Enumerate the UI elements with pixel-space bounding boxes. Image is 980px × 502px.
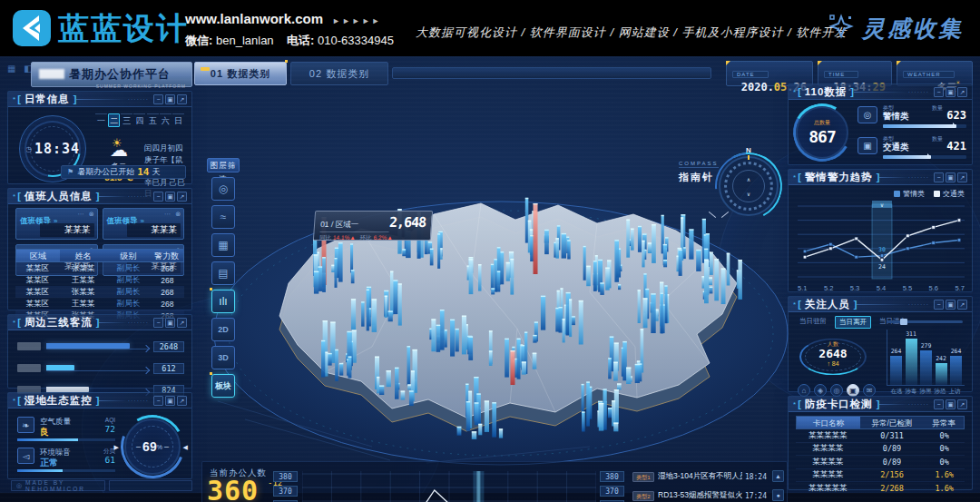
lock-icon[interactable]: ▣ — [847, 384, 859, 397]
minimize-icon[interactable]: − — [153, 396, 163, 406]
collect-label: 灵感收集 — [862, 14, 964, 44]
scroll-up-icon[interactable]: ▲ — [772, 470, 784, 482]
minimize-icon[interactable]: − — [934, 300, 944, 310]
panel-icon[interactable]: ▣ — [165, 192, 175, 202]
expand-icon[interactable]: ↗ — [177, 396, 187, 406]
alert-row[interactable]: 类型1湿地3-104片区有不明人员闯入18:24 — [632, 469, 767, 484]
alert-row[interactable]: 类型2RD13-53烟感报警疑似火灾17:24 — [632, 488, 767, 502]
bar-category: 上访 — [947, 388, 962, 396]
panel-icon[interactable]: ▣ — [946, 87, 956, 97]
tab-data-category-1[interactable]: 01 数据类别 — [194, 62, 287, 85]
dashboard: ▦ ◧ 暑期办公协作平台 SUMMER WORKING PLATFORM 01 … — [0, 56, 980, 502]
panel-daily-info: *[日常信息]·······−▣↗ ◷18:34 一二三四五六日 ☀☁ 多云 3… — [7, 91, 192, 184]
panel-icon[interactable]: ▣ — [165, 94, 175, 104]
expand-icon[interactable]: ↗ — [957, 172, 967, 182]
panel-icon[interactable]: ▣ — [165, 396, 175, 406]
focus-icons: ⌂◈◎▣✉ — [798, 384, 876, 397]
expand-icon[interactable]: ↗ — [177, 94, 187, 104]
target-icon[interactable]: ◎ — [830, 384, 843, 397]
x-tick: 5.5 — [903, 284, 912, 292]
panel-icon[interactable]: ▣ — [165, 318, 175, 328]
leaf-icon: ❧ — [17, 417, 34, 433]
weekday-cell[interactable]: 日 — [172, 113, 184, 127]
layer-button-grid[interactable]: ▦ — [211, 233, 235, 257]
panel-checkpoint: *[防疫卡口检测]·······−▣↗ 卡口名称异常/已检测异常率 某某某某某0… — [788, 396, 973, 490]
bar-category: 涉毒 — [904, 388, 918, 396]
focus-bar: 311 — [906, 339, 917, 385]
weekday-cell[interactable]: 四 — [133, 113, 145, 127]
focus-tab[interactable]: 当日驻留 — [796, 316, 830, 329]
expand-icon[interactable]: ↗ — [957, 300, 967, 310]
expand-icon[interactable]: ↗ — [177, 192, 187, 202]
data110-rows: ◎类型警情类数量623▣类型交通类数量421 — [858, 104, 966, 166]
inspiration-collect[interactable]: 灵感收集 — [828, 13, 964, 44]
weekday-cell[interactable]: 五 — [147, 113, 159, 127]
y-tick: 370 — [600, 486, 624, 497]
expand-icon[interactable]: ↗ — [957, 87, 967, 97]
minimize-icon[interactable]: − — [934, 172, 944, 182]
alarm-icon: ◎ — [858, 106, 877, 123]
layer-button-camera[interactable]: ◎ — [211, 177, 235, 201]
office-chart — [302, 471, 596, 502]
legend-item: 交通类 — [934, 189, 965, 199]
layer-button-bar-chart[interactable]: ılı — [211, 290, 235, 313]
expand-icon[interactable]: ↗ — [177, 318, 187, 328]
expand-icon[interactable]: ↗ — [957, 399, 967, 409]
panel-icon[interactable]: ▣ — [946, 399, 956, 409]
flow-bar-row: 2648 — [17, 339, 184, 354]
layer-button-blocks[interactable]: 板块 — [211, 374, 235, 398]
time-slider[interactable] — [887, 320, 963, 323]
table-row: 某某某某0/890% — [796, 456, 965, 469]
x-tick: 5.4 — [877, 284, 886, 292]
data110-row: ◎类型警情类数量623 — [858, 104, 966, 132]
minimize-icon[interactable]: − — [934, 399, 944, 409]
minimize-icon[interactable]: − — [934, 87, 944, 97]
weekday-cell[interactable]: 二 — [108, 113, 120, 127]
minimize-icon[interactable]: − — [153, 318, 163, 328]
table-row: 某某某某0/890% — [796, 443, 965, 457]
flow-value: 2648 — [153, 341, 184, 352]
panel-icon[interactable]: ▣ — [946, 172, 956, 182]
mail-icon[interactable]: ✉ — [863, 384, 876, 397]
home-icon[interactable]: ⌂ — [798, 384, 810, 397]
site-url[interactable]: www.lanlanwork.com►►►►► — [185, 11, 382, 26]
scroll-mid-icon[interactable]: ● — [772, 489, 784, 501]
brand-logo-icon — [12, 9, 52, 47]
weekday-cell[interactable]: 三 — [121, 113, 132, 127]
key-icon[interactable]: ◈ — [814, 384, 827, 397]
close-icon: ⊗ — [175, 211, 181, 218]
y-tick: 370 — [273, 486, 298, 497]
compass: COMPASS 指南针 N ∧∨ — [679, 153, 780, 231]
panel-icon[interactable]: ▣ — [946, 300, 956, 310]
sparkle-star-icon — [828, 13, 855, 44]
partly-cloudy-icon: ☀☁ — [110, 140, 128, 160]
weekday-cell[interactable]: 六 — [160, 113, 172, 127]
duty-leader-card[interactable]: 值班领导»⋯⊗某某某 — [103, 208, 185, 240]
duty-leader-card[interactable]: 值班领导»⋯⊗某某某 — [15, 208, 98, 240]
bar-category: 涉黑 — [918, 388, 933, 396]
weekday-cell[interactable]: 一 — [95, 113, 107, 127]
office-count-value: 360 — [207, 475, 259, 502]
focus-tab[interactable]: 当日离开 — [835, 316, 871, 329]
layer-button-mode-2d[interactable]: 2D — [211, 318, 235, 341]
column-header: 级别 — [106, 250, 150, 261]
week-row: 一二三四五六日 — [95, 113, 184, 127]
layer-button-list[interactable]: ▤ — [211, 261, 235, 285]
alert-type-badge: 类型1 — [632, 472, 654, 482]
panel-duty-staff: *[值班人员信息]·······−▣↗ 值班领导»⋯⊗某某某值班领导»⋯⊗某某某… — [7, 188, 192, 310]
layer-button-signal[interactable]: ≈ — [211, 205, 235, 229]
arrow-left-icon[interactable]: ▶ — [114, 444, 119, 451]
tab-data-category-2[interactable]: 02 数据类别 — [290, 62, 388, 85]
layer-toolbar-title: 图层筛选 — [207, 158, 240, 172]
arrow-right-icon[interactable]: ◀ — [183, 444, 188, 451]
table-row: 某某区张某某副局长268 — [15, 262, 184, 274]
more-icon: ⋯ — [164, 211, 171, 218]
minimize-icon[interactable]: − — [153, 94, 163, 104]
minimize-icon[interactable]: − — [153, 192, 163, 202]
compass-dial[interactable]: N ∧∨ — [719, 156, 779, 216]
layer-button-mode-3d[interactable]: 3D — [211, 346, 235, 369]
more-icon: ⋯ — [78, 211, 84, 218]
contact-line: 微信: ben_lanlan 电话: 010-63334945 — [185, 33, 394, 49]
flow-value: 612 — [153, 363, 184, 374]
svg-text:∨: ∨ — [880, 202, 884, 208]
